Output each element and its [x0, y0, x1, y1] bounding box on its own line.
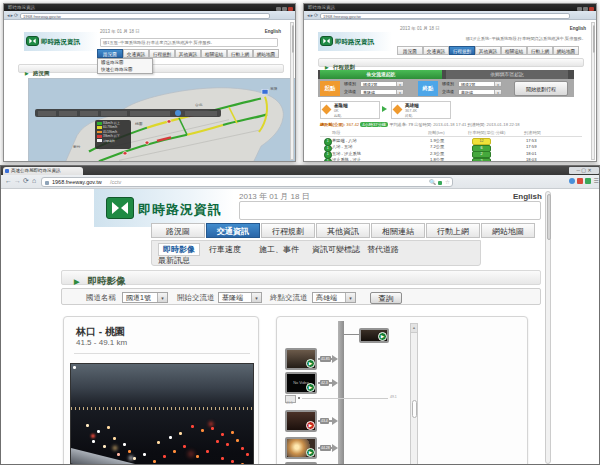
tab-links[interactable]: 相關連結 [501, 46, 527, 55]
tab-mobile[interactable]: 行動上網 [426, 223, 480, 238]
notice-marquee [239, 201, 541, 220]
dest-ic-select[interactable]: 高雄端▾ [458, 89, 502, 95]
waypoint-km: 367.4K [405, 109, 417, 113]
scroll-thumb[interactable] [412, 400, 418, 418]
address-bar[interactable]: 1968.freeway.gov.tw [20, 13, 270, 19]
tab-other-info[interactable]: 其他資訊 [475, 46, 501, 55]
end-ic-select[interactable]: 高雄端▾ [312, 292, 356, 303]
play-icon[interactable] [378, 332, 387, 341]
tab-trip-planning[interactable]: 行程規劃 [261, 223, 315, 238]
tab-sitemap[interactable]: 網站地圖 [481, 223, 535, 238]
submenu-item-construction[interactable]: 施工、事件 [259, 244, 299, 255]
site-logo-band: 即時路況資訊 [94, 189, 234, 227]
submenu-item-news[interactable]: 最新訊息 [158, 255, 190, 266]
back-forward-refresh-icons[interactable]: ◂▸⟳ [307, 12, 319, 18]
search-icon[interactable]: 🔍 [429, 179, 436, 185]
map-toolbar[interactable] [35, 109, 221, 117]
submenu-panel: 即時影像 行車速度 施工、事件 資訊可變標誌 替代道路 最新訊息 [151, 240, 481, 266]
english-link[interactable]: English [265, 29, 281, 34]
submenu-item-speed[interactable]: 行車速度 [209, 244, 241, 255]
window-controls[interactable]: ─ ▢ ✕ [569, 167, 599, 174]
cctv-thumb[interactable] [285, 437, 317, 459]
cctv-thumb[interactable] [285, 410, 317, 432]
menu-icon[interactable]: ☰ [594, 177, 599, 184]
travel-time-badge: 12 [472, 138, 491, 145]
submenu-item-cms[interactable]: 資訊可變標誌 [312, 244, 360, 255]
cctv-thumb[interactable] [285, 348, 317, 370]
bookmark-star-icon[interactable]: ☆ [445, 179, 450, 185]
road-camera-thumb[interactable] [359, 328, 389, 343]
list-scrollbar[interactable]: ▲ [410, 323, 418, 465]
section-header: ▶ 行程規劃 [318, 58, 584, 67]
tab-links[interactable]: 相關連結 [201, 49, 227, 58]
tab-other-info[interactable]: 其他資訊 [316, 223, 370, 238]
forward-icon[interactable]: → [14, 177, 21, 184]
notice-text: 國1汐止系統~平鎮系統路段,行車時間資訊系統維護中,暫停服務。 [466, 36, 586, 41]
menu-item[interactable]: 國道路況圖 [98, 59, 152, 66]
chevron-down-icon: ▾ [494, 90, 501, 94]
address-bar[interactable]: 1968.freeway.gov.tw /cctv 🔍 ☆ [41, 177, 453, 187]
tab-sitemap[interactable]: 網站地圖 [253, 49, 279, 58]
english-link[interactable]: English [513, 192, 542, 201]
page-scrollbar[interactable] [591, 22, 595, 160]
window-title: 即時路況資訊 [8, 5, 35, 10]
back-icon[interactable]: ← [5, 177, 12, 184]
menu-item[interactable]: 快速公路路況圖 [98, 66, 152, 73]
search-button[interactable]: 查詢 [370, 292, 402, 304]
home-icon[interactable]: ⌂ [32, 177, 36, 184]
page-scrollbar[interactable] [545, 191, 551, 464]
cctv-image[interactable]: 1042 17:40:01 1S 41.850K 01-18-13 [70, 363, 254, 465]
extension-icon[interactable] [569, 178, 575, 184]
address-bar[interactable]: 1968.freeway.gov.tw [320, 13, 570, 19]
plan-submit-button[interactable]: 開始規劃行程 [514, 81, 568, 96]
scroll-up-icon[interactable]: ▲ [411, 324, 417, 333]
chevron-down-icon: ▾ [345, 293, 355, 302]
road-line [338, 321, 344, 465]
play-icon[interactable] [306, 359, 315, 368]
tab-sitemap[interactable]: 網站地圖 [553, 46, 579, 55]
end-ic-label: 終點交流道 [270, 293, 308, 303]
dest-road-label: 國道別 [442, 81, 454, 86]
english-link[interactable]: English [570, 26, 586, 31]
play-icon[interactable] [306, 383, 315, 392]
road-select[interactable]: 國道1號▾ [122, 292, 168, 303]
window-titlebar[interactable]: 即時路況資訊 [4, 4, 295, 11]
tab-roadmap[interactable]: 路況圖 [97, 49, 123, 58]
play-icon[interactable] [306, 448, 315, 457]
browser-tab[interactable]: 高速公路局即時路況資訊 [3, 167, 83, 175]
window-titlebar[interactable]: 即時路況資訊 [304, 4, 596, 11]
tab-roadmap[interactable]: 路況圖 [151, 223, 205, 238]
tab-traffic-info[interactable]: 交通資訊 [123, 49, 149, 58]
section-title: 即時影像 [88, 275, 126, 286]
map-label-keelung: 基隆 [270, 86, 278, 91]
extension-icon[interactable] [577, 178, 583, 184]
page-scrollbar[interactable] [290, 22, 294, 160]
tab-other-info[interactable]: 其他資訊 [175, 49, 201, 58]
refresh-icon[interactable]: ⟳ [23, 177, 29, 185]
dest-road-select[interactable]: 國道1號▾ [458, 81, 502, 87]
start-ic-select[interactable]: 基隆端▾ [218, 292, 262, 303]
tab-trip-planning[interactable]: 行程規劃 [149, 49, 175, 58]
km-label: 41.85 [320, 356, 331, 362]
plan-tab-by-district[interactable]: 依鄉鎮市區起訖 [446, 70, 568, 79]
traffic-map[interactable]: 基隆 台北 桃園 新竹 80km/h 以上 60-79km/h 40-59km/… [28, 78, 295, 161]
site-name: 即時路況資訊 [335, 38, 374, 47]
submenu-item-alt-roads[interactable]: 替代道路 [367, 244, 399, 255]
translate-icon[interactable] [438, 181, 442, 185]
back-forward-refresh-icons[interactable]: ◂▸⟳ [7, 12, 19, 18]
tab-trip-planning[interactable]: 行程規劃 [449, 46, 475, 55]
tab-traffic-info[interactable]: 交通資訊 [423, 46, 449, 55]
origin-road-select[interactable]: 國道1號▾ [360, 81, 404, 87]
scale-dot[interactable] [298, 397, 300, 399]
tab-links[interactable]: 相關連結 [371, 223, 425, 238]
tab-mobile[interactable]: 行動上網 [227, 49, 253, 58]
tab-mobile[interactable]: 行動上網 [527, 46, 553, 55]
section-title: 路況圖 [33, 70, 50, 76]
cctv-thumb-no-video[interactable]: No Video [285, 372, 317, 394]
origin-ic-select[interactable]: 基隆端▾ [360, 89, 404, 95]
extension-icon[interactable] [585, 178, 591, 184]
plan-tab-by-interchange[interactable]: 依交流道起訖 [320, 70, 442, 79]
tab-roadmap[interactable]: 路況圖 [397, 46, 423, 55]
play-icon[interactable] [306, 421, 315, 430]
tab-traffic-info[interactable]: 交通資訊 [206, 223, 260, 238]
